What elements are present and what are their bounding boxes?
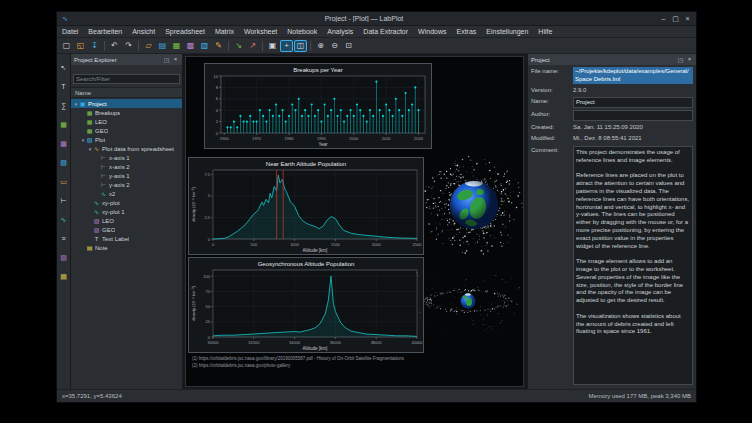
maximize-button[interactable]: ▢ (670, 15, 681, 23)
tree-item-label: x2 (109, 191, 115, 197)
plot-icon: ∿ (93, 146, 100, 152)
menu-item-data-extractor[interactable]: Data Extractor (358, 26, 413, 37)
tree-item-text-label[interactable]: TText Label (71, 234, 182, 243)
tree-item-y-axis-1[interactable]: ⊢y-axis 1 (71, 171, 182, 180)
tree-column-header[interactable]: Name (71, 88, 182, 98)
tree-item-label: xy-plot 1 (102, 209, 125, 215)
tree-item-geo[interactable]: ▨GEO (71, 225, 182, 234)
status-bar: x=35.7291, y=5.43624 Memory used 177 MB,… (57, 389, 696, 402)
tree-item-leo[interactable]: ▨LEO (71, 216, 182, 225)
zoom-select-icon[interactable]: ◫ (294, 40, 307, 52)
new-spreadsheet-icon[interactable]: ▦ (170, 40, 183, 52)
tree-item-project[interactable]: ▾▣Project (71, 99, 182, 108)
project-explorer-title: Project Explorer (74, 57, 117, 63)
math-icon[interactable]: ∑ (58, 100, 69, 111)
tree-item-xy-plot-1[interactable]: ∿xy-plot 1 (71, 207, 182, 216)
chart-2[interactable]: Near Earth Altitude Population02.557.505… (188, 157, 424, 255)
export-icon[interactable]: ↗ (246, 40, 259, 52)
close-button[interactable]: × (682, 15, 693, 23)
crosshair-mode-icon[interactable]: + (280, 40, 293, 52)
tree-item-label: Plot (95, 137, 105, 143)
cursor-icon[interactable]: ↖ (58, 62, 69, 73)
left-toolbar: ↖T∑▦▩▧▭⊢∿≡▨▤ (57, 54, 71, 389)
menu-item-einstellungen[interactable]: Einstellungen (481, 26, 533, 37)
worksheet-icon[interactable]: ▧ (58, 157, 69, 168)
properties-title: Project (531, 57, 550, 63)
new-matrix-icon[interactable]: ▩ (184, 40, 197, 52)
menu-item-spreadsheet[interactable]: Spreadsheet (160, 26, 210, 37)
save-icon[interactable]: ↧ (88, 40, 101, 52)
redo-icon[interactable]: ↷ (122, 40, 135, 52)
dock-float-button[interactable]: ◳ (163, 56, 170, 63)
axis-add-icon[interactable]: ⊢ (58, 195, 69, 206)
zoom-fit-icon[interactable]: ⊡ (342, 40, 355, 52)
svg-text:Geosynchronous Altitude Popula: Geosynchronous Altitude Population (258, 261, 355, 267)
open-project-icon[interactable]: ◱ (74, 40, 87, 52)
axis-icon: ⊢ (100, 173, 107, 179)
svg-text:Year: Year (318, 142, 328, 147)
curve-add-icon[interactable]: ∿ (58, 214, 69, 225)
geo-debris-image[interactable] (416, 271, 520, 331)
tree-item-leo[interactable]: ▦LEO (71, 117, 182, 126)
import-icon[interactable]: ↘ (232, 40, 245, 52)
menu-item-ansicht[interactable]: Ansicht (127, 26, 160, 37)
search-filter-input[interactable] (73, 74, 180, 84)
properties-fields: File name:~/Projekte/kdeplot/data/exampl… (528, 65, 696, 144)
new-workbook-icon[interactable]: ▤ (156, 40, 169, 52)
tree-item-x-axis-1[interactable]: ⊢x-axis 1 (71, 153, 182, 162)
new-project-icon[interactable]: ▢ (60, 40, 73, 52)
tree-item-x2[interactable]: ∿x2 (71, 189, 182, 198)
plot-area-icon[interactable]: ▭ (58, 176, 69, 187)
spreadsheet-icon[interactable]: ▦ (58, 119, 69, 130)
chart-3[interactable]: Geosynchronous Altitude Population025507… (188, 257, 424, 353)
undo-icon[interactable]: ↶ (108, 40, 121, 52)
image-add-icon[interactable]: ▨ (58, 252, 69, 263)
menu-item-bearbeiten[interactable]: Bearbeiten (83, 26, 127, 37)
new-worksheet-icon[interactable]: ▧ (198, 40, 211, 52)
menu-item-datei[interactable]: Datei (57, 26, 83, 37)
curve-icon: ∿ (93, 209, 100, 215)
property-value-created: Sa. Jan. 11 15:25:09 2020 (573, 123, 643, 132)
menu-item-matrix[interactable]: Matrix (210, 26, 239, 37)
minimize-button[interactable]: – (658, 15, 669, 23)
worksheet-view[interactable]: Breakups per Year02468101960197019801990… (183, 54, 527, 389)
dock-close-button[interactable]: × (686, 56, 693, 63)
note-add-icon[interactable]: ▤ (58, 271, 69, 282)
toolbar-separator (310, 41, 311, 51)
tree-item-y-axis-2[interactable]: ⊢y-axis 2 (71, 180, 182, 189)
tree-item-geo[interactable]: ▦GEO (71, 126, 182, 135)
menu-item-hilfe[interactable]: Hilfe (533, 26, 557, 37)
tree-item-label: Text Label (102, 236, 129, 242)
property-value-name[interactable]: Project (573, 97, 693, 109)
text-insert-icon[interactable]: T (58, 81, 69, 92)
leo-debris-image[interactable] (424, 155, 524, 255)
new-folder-icon[interactable]: ▱ (142, 40, 155, 52)
zoom-in-icon[interactable]: ⊕ (314, 40, 327, 52)
select-mode-icon[interactable]: ▣ (266, 40, 279, 52)
matrix-icon[interactable]: ▩ (58, 138, 69, 149)
title-bar[interactable]: ∿ Project - [Plot] — LabPlot – ▢ × (57, 12, 696, 26)
chart-1[interactable]: Breakups per Year02468101960197019801990… (204, 63, 432, 149)
menu-item-windows[interactable]: Windows (413, 26, 451, 37)
property-value-author[interactable] (573, 110, 693, 121)
menu-item-notebook[interactable]: Notebook (282, 26, 322, 37)
tree-item-x-axis-2[interactable]: ⊢x-axis 2 (71, 162, 182, 171)
image-icon: ▨ (93, 227, 100, 233)
menu-item-extras[interactable]: Extras (451, 26, 481, 37)
tree-item-xy-plot[interactable]: ∿xy-plot (71, 198, 182, 207)
zoom-out-icon[interactable]: ⊖ (328, 40, 341, 52)
dock-close-button[interactable]: × (172, 56, 179, 63)
svg-text:40000: 40000 (411, 340, 423, 345)
tree-item-note[interactable]: ▤Note (71, 243, 182, 252)
worksheet-page[interactable]: Breakups per Year02468101960197019801990… (185, 56, 524, 387)
svg-text:2020: 2020 (414, 136, 424, 141)
new-notebook-icon[interactable]: ✎ (212, 40, 225, 52)
tree-item-breakups[interactable]: ▦Breakups (71, 108, 182, 117)
tree-item-plot[interactable]: ▾▧Plot (71, 135, 182, 144)
menu-item-worksheet[interactable]: Worksheet (239, 26, 282, 37)
tree-item-plot-data-from-spreadsheet[interactable]: ▾∿Plot data from spreadsheet (71, 144, 182, 153)
legend-icon[interactable]: ≡ (58, 233, 69, 244)
menu-item-analysis[interactable]: Analysis (322, 26, 358, 37)
dock-float-button[interactable]: ◳ (677, 56, 684, 63)
comment-box[interactable]: This project demonstrates the usage of r… (573, 146, 693, 385)
